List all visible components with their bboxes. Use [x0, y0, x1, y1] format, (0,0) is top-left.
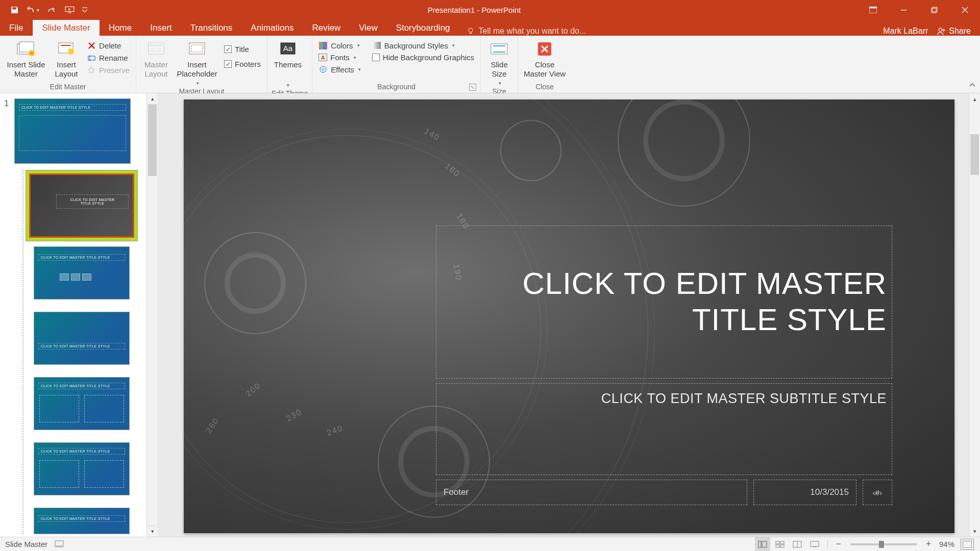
slide-canvas-area: 140 160 180 190 200 230 240 260 CLICK TO…	[158, 93, 980, 537]
zoom-out-button[interactable]: −	[833, 539, 844, 549]
svg-rect-2	[869, 7, 877, 8]
maximize-button[interactable]	[919, 0, 949, 20]
subtitle-placeholder[interactable]: CLICK TO EDIT MASTER SUBTITLE STYLE	[436, 383, 892, 475]
title-checkbox[interactable]: ✓Title	[222, 44, 263, 55]
insert-layout-button[interactable]: Insert Layout	[51, 39, 82, 79]
checkbox-checked-icon: ✓	[224, 60, 232, 68]
collapse-ribbon-button[interactable]	[968, 81, 977, 90]
layout-thumbnail[interactable]: CLICK TO EDIT MASTER TITLE STYLE	[34, 377, 130, 430]
tab-view[interactable]: View	[350, 20, 387, 36]
rename-label: Rename	[99, 54, 128, 62]
layout-thumbnail[interactable]: CLICK TO EDIT MASTER TITLE STYLE	[34, 312, 130, 365]
zoom-handle[interactable]	[879, 541, 884, 548]
minimize-button[interactable]	[888, 0, 919, 20]
tab-home[interactable]: Home	[100, 20, 141, 36]
undo-icon	[26, 6, 36, 14]
group-size: Slide Size▾ Size	[481, 36, 518, 93]
slide-canvas[interactable]: 140 160 180 190 200 230 240 260 CLICK TO…	[184, 99, 954, 533]
canvas-scrollbar[interactable]: ▴ ▾	[969, 93, 980, 537]
layout-thumbnail-selected[interactable]: CLICK TO EDIT MASTER TITLE STYLE	[26, 170, 138, 241]
insert-placeholder-label: Insert Placeholder	[177, 60, 217, 79]
svg-rect-4	[932, 8, 936, 13]
window-title: Presentation1 - PowerPoint	[91, 6, 857, 14]
thumb-title-text: CLICK TO EDIT MASTER TITLE STYLE	[38, 448, 125, 455]
ribbon-display-options-button[interactable]	[857, 0, 888, 20]
chevron-up-icon	[969, 83, 976, 88]
status-mode: Slide Master	[5, 540, 47, 548]
hide-bg-checkbox[interactable]: Hide Background Graphics	[370, 52, 476, 63]
footers-checkbox[interactable]: ✓Footers	[222, 59, 263, 69]
svg-rect-5	[933, 7, 937, 12]
layout-thumbnail[interactable]: CLICK TO EDIT MASTER TITLE STYLE	[34, 442, 130, 495]
ribbon-options-icon	[869, 7, 877, 13]
effects-icon	[319, 65, 327, 73]
decorative-circle	[225, 253, 286, 314]
reading-view-button[interactable]	[790, 537, 805, 552]
fit-to-window-button[interactable]	[961, 539, 974, 550]
tell-me-placeholder: Tell me what you want to do...	[479, 27, 586, 36]
thumbnails-scrollbar[interactable]: ▴ ▾	[146, 93, 158, 537]
layout-thumbnail[interactable]: CLICK TO EDIT MASTER TITLE STYLE	[34, 508, 130, 534]
fonts-button[interactable]: AFonts▾	[316, 52, 363, 63]
close-button[interactable]	[949, 0, 980, 20]
tab-transitions[interactable]: Transitions	[181, 20, 242, 36]
scroll-up-button[interactable]: ▴	[969, 93, 980, 105]
insert-slide-master-button[interactable]: Insert Slide Master	[4, 39, 48, 79]
scroll-handle[interactable]	[970, 134, 979, 175]
slide-number-placeholder[interactable]: ‹#›	[863, 480, 892, 505]
themes-button[interactable]: Aa Themes▾	[272, 39, 304, 88]
footer-placeholder[interactable]: Footer	[436, 480, 747, 505]
date-placeholder[interactable]: 10/3/2015	[753, 480, 856, 505]
slideshow-view-button[interactable]	[807, 537, 822, 552]
redo-button[interactable]	[42, 0, 60, 20]
user-name[interactable]: Mark LaBarr	[883, 27, 928, 36]
close-master-view-button[interactable]: Close Master View	[522, 39, 567, 79]
bg-styles-icon	[372, 42, 381, 49]
undo-button[interactable]: ▾	[23, 0, 42, 20]
layout-thumbnail[interactable]: CLICK TO EDIT MASTER TITLE STYLE	[34, 246, 130, 299]
svg-rect-24	[319, 42, 321, 49]
dialog-launcher-icon[interactable]: ⤡	[469, 84, 476, 91]
tab-review[interactable]: Review	[303, 20, 350, 36]
scroll-track[interactable]	[147, 105, 158, 525]
save-button[interactable]	[5, 0, 23, 20]
svg-point-7	[939, 28, 942, 31]
rename-button[interactable]: Rename	[85, 52, 132, 63]
tell-me-search[interactable]: Tell me what you want to do...	[459, 27, 884, 36]
tab-file[interactable]: File	[0, 20, 33, 36]
window-controls	[857, 0, 980, 20]
tab-animations[interactable]: Animations	[241, 20, 303, 36]
insert-placeholder-button[interactable]: Insert Placeholder▾	[175, 39, 219, 86]
tab-slide-master[interactable]: Slide Master	[33, 20, 99, 36]
zoom-slider[interactable]	[850, 543, 917, 545]
master-thumbnail[interactable]: CLICK TO EDIT MASTER TITLE STYLE	[14, 98, 131, 164]
zoom-in-button[interactable]: +	[923, 539, 934, 549]
master-number: 1	[4, 98, 9, 109]
effects-button[interactable]: Effects▾	[316, 64, 363, 75]
tab-insert[interactable]: Insert	[141, 20, 181, 36]
share-button[interactable]: Share	[937, 27, 971, 36]
slide-size-button[interactable]: Slide Size▾	[485, 39, 513, 86]
qat-customize-button[interactable]	[79, 0, 91, 20]
start-from-beginning-button[interactable]	[60, 0, 79, 20]
master-layout-icon	[148, 42, 165, 56]
scroll-down-button[interactable]: ▾	[969, 525, 980, 537]
scroll-down-button[interactable]: ▾	[147, 525, 158, 537]
tab-storyboarding[interactable]: Storyboarding	[387, 20, 459, 36]
svg-point-29	[322, 68, 325, 71]
normal-view-button[interactable]	[755, 537, 770, 552]
slide-master-icon	[16, 41, 36, 57]
slide-sorter-view-button[interactable]	[772, 537, 788, 552]
title-placeholder[interactable]: CLICK TO EDIT MASTER TITLE STYLE	[436, 226, 892, 379]
layout-icon	[58, 41, 75, 57]
notes-icon[interactable]	[55, 540, 64, 548]
delete-icon	[88, 42, 95, 49]
colors-button[interactable]: Colors▾	[316, 40, 363, 51]
scroll-handle[interactable]	[148, 105, 157, 176]
preserve-button[interactable]: Preserve	[85, 64, 132, 76]
delete-button[interactable]: Delete	[85, 40, 132, 51]
lightbulb-icon	[467, 27, 475, 35]
background-styles-button[interactable]: Background Styles▾	[370, 40, 476, 51]
thumbnails-list[interactable]: 1 CLICK TO EDIT MASTER TITLE STYLE CLICK…	[0, 93, 146, 537]
zoom-percent[interactable]: 94%	[939, 540, 954, 548]
